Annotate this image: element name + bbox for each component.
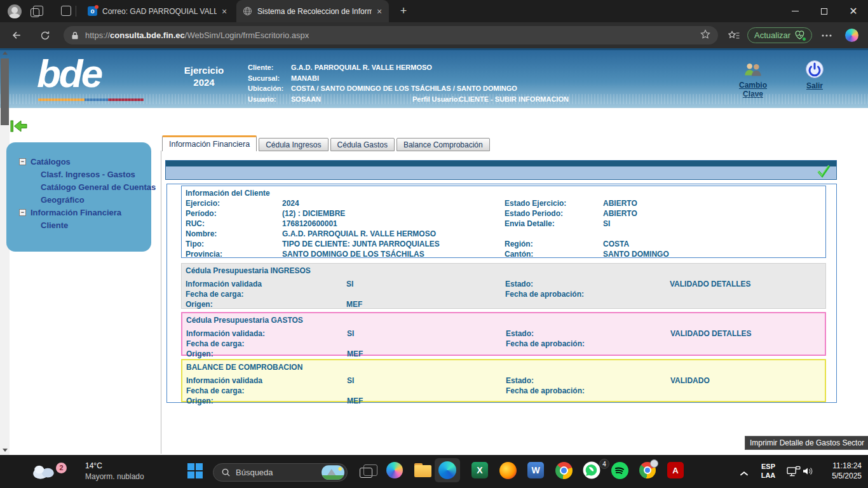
header-field-cliente: Cliente:G.A.D. PARROQUIAL R. VALLE HERMO… — [248, 64, 432, 71]
titlebar-divider — [76, 6, 76, 17]
sidebar-item-cliente[interactable]: Cliente — [6, 219, 151, 231]
weather-temperature[interactable]: 14°C — [85, 461, 102, 471]
logout-block[interactable]: Salir — [802, 60, 827, 90]
globe-icon — [243, 6, 252, 16]
client-info-row: Ejercicio:2024 Estado Ejercicio:ABIERTO — [186, 199, 822, 209]
close-tab-icon[interactable]: × — [222, 7, 227, 16]
client-info-title: Información del Cliente — [186, 189, 822, 199]
tab-cedula-ingresos[interactable]: Cédula Ingresos — [259, 138, 328, 151]
minimize-button[interactable] — [780, 0, 810, 22]
task-view-icon[interactable] — [360, 468, 372, 478]
change-password-block[interactable]: Cambio Clave — [732, 62, 774, 98]
scroll-down-icon[interactable] — [0, 445, 10, 455]
tab-actions-icon[interactable] — [61, 6, 71, 16]
client-info-row: Tipo:TIPO DE CLIENTE: JUNTA PARROQUIALES… — [186, 240, 822, 250]
scrollbar-thumb[interactable] — [1, 58, 9, 125]
change-password-link[interactable]: Cambio Clave — [732, 81, 774, 98]
browser-tab-mail[interactable]: o Correo: GAD PARROQUIAL VALLE × — [81, 0, 234, 22]
sidebar-item-catalogo-general[interactable]: Catálogo General de Cuentas — [6, 180, 151, 193]
taskbar-whatsapp-icon[interactable]: 4 — [582, 461, 601, 480]
browser-toolbar: https://consulta.bde.fin.ec/WebSim/Login… — [0, 22, 868, 48]
collapse-menu-icon[interactable] — [10, 119, 28, 136]
more-menu-icon[interactable] — [818, 27, 834, 43]
collapse-expander-icon[interactable]: − — [19, 158, 26, 165]
start-button[interactable] — [186, 461, 205, 480]
new-tab-button[interactable]: + — [395, 3, 412, 20]
browser-essentials-button[interactable]: Actualizar — [747, 27, 812, 43]
tray-chevron-icon[interactable] — [740, 468, 749, 479]
weather-widget[interactable]: 2 — [31, 460, 57, 483]
section-row: Información validadaSI Estado:VALIDADO D… — [186, 280, 822, 290]
sidebar-item-geografico[interactable]: Geográfico — [6, 193, 151, 206]
header-field-ubicacion: Ubicación:COSTA / SANTO DOMINGO DE LOS T… — [248, 85, 517, 92]
language-indicator[interactable]: ESPLAA — [759, 462, 778, 480]
screen: o Correo: GAD PARROQUIAL VALLE × Sistema… — [0, 0, 868, 488]
taskbar-chrome-icon[interactable] — [554, 461, 573, 480]
profile-value: CLIENTE - SUBIR INFORMACION — [459, 95, 569, 103]
tab-balance-comprobacion[interactable]: Balance Comprobación — [397, 138, 490, 151]
section-title: Cédula Presupuestaria GASTOS — [186, 316, 821, 326]
client-info-row: Nombre:G.A.D. PARROQUIAL R. VALLE HERMOS… — [186, 229, 822, 240]
browser-titlebar: o Correo: GAD PARROQUIAL VALLE × Sistema… — [0, 0, 868, 22]
taskbar-excel-icon[interactable]: X — [470, 461, 489, 480]
profile-avatar[interactable] — [8, 4, 22, 18]
weather-alert-badge: 2 — [56, 463, 67, 473]
section-row: Fecha de carga: Fecha de aprobación: — [186, 386, 821, 396]
maximize-button[interactable] — [810, 0, 839, 22]
browser-tab-sistema[interactable]: Sistema de Recoleccion de Inform × — [236, 0, 389, 22]
exercise-label: Ejercicio2024 — [177, 64, 231, 88]
power-icon — [805, 60, 824, 79]
workspaces-icon[interactable] — [33, 6, 43, 16]
taskbar-edge-icon[interactable] — [438, 461, 457, 480]
bookmark-star-icon[interactable] — [700, 29, 710, 42]
sidebar-item-clasf-ingresos-gastos[interactable]: Clasf. Ingresos - Gastos — [6, 168, 151, 180]
close-button[interactable]: ✕ — [839, 0, 868, 22]
main-form-panel: Información del Cliente Ejercicio:2024 E… — [166, 184, 837, 403]
content-tab-strip: Información Financiera Cédula Ingresos C… — [162, 135, 490, 151]
back-icon[interactable] — [9, 27, 25, 43]
page-scrollbar[interactable] — [0, 48, 10, 455]
taskbar-file-explorer-icon[interactable] — [413, 461, 432, 480]
site-header: bde Ejercicio2024 Cliente:G.A.D. PARROQU… — [0, 48, 868, 108]
network-icon[interactable] — [787, 466, 801, 480]
favorites-icon[interactable] — [726, 27, 742, 43]
scroll-up-icon[interactable] — [0, 48, 10, 58]
taskbar-firefox-icon[interactable] — [498, 461, 517, 480]
taskbar-spotify-icon[interactable] — [610, 461, 629, 480]
address-bar[interactable]: https://consulta.bde.fin.ec/WebSim/Login… — [64, 26, 718, 44]
section-title: BALANCE DE COMPROBACION — [186, 363, 821, 373]
bde-logo: bde — [37, 51, 101, 96]
tab-cedula-gastos[interactable]: Cédula Gastos — [330, 138, 395, 151]
users-icon — [742, 62, 764, 78]
collapse-expander-icon[interactable]: − — [19, 209, 26, 216]
refresh-icon[interactable] — [37, 27, 53, 43]
client-info-row: Período:(12) : DICIEMBRE Estado Periodo:… — [186, 209, 822, 219]
logout-link[interactable]: Salir — [802, 81, 827, 90]
status-bar-header — [166, 161, 836, 166]
status-bar — [165, 160, 837, 180]
section-row: Origen:MEF — [186, 396, 821, 407]
clock[interactable]: 11:18:24 5/5/2025 — [818, 461, 862, 481]
search-box[interactable]: Búsqueda — [213, 463, 348, 482]
close-tab-icon[interactable]: × — [377, 7, 382, 16]
taskbar-chrome-profile-icon[interactable] — [638, 461, 657, 480]
profile-label: Perfil Usuario: — [412, 95, 460, 103]
outlook-icon: o — [88, 6, 97, 16]
update-label: Actualizar — [754, 30, 790, 40]
content-divider — [161, 151, 161, 454]
volume-icon[interactable] — [802, 466, 815, 479]
search-highlight-image[interactable] — [322, 465, 344, 480]
url-text: https://consulta.bde.fin.ec/WebSim/Login… — [85, 30, 309, 40]
taskbar-word-icon[interactable]: W — [526, 461, 545, 480]
copilot-icon[interactable] — [845, 29, 858, 42]
section-balance-comprobacion: BALANCE DE COMPROBACION Información vali… — [181, 359, 826, 402]
taskbar-acrobat-icon[interactable]: A — [666, 461, 685, 480]
tab-informacion-financiera[interactable]: Información Financiera — [162, 135, 257, 151]
weather-condition[interactable]: Mayorm. nublado — [85, 471, 144, 482]
section-row: Información validadaSI Estado:VALIDADO — [186, 376, 821, 386]
taskbar-copilot-icon[interactable] — [385, 461, 404, 480]
sidebar-item-informacion-financiera[interactable]: − Información Financiera — [6, 206, 151, 219]
section-row: Información validada:SI Estado:VALIDADO … — [186, 329, 821, 339]
sidebar-item-catalogos[interactable]: − Catálogos — [6, 155, 151, 168]
section-cedula-ingresos: Cédula Presupuestaria INGRESOS Informaci… — [181, 263, 826, 309]
